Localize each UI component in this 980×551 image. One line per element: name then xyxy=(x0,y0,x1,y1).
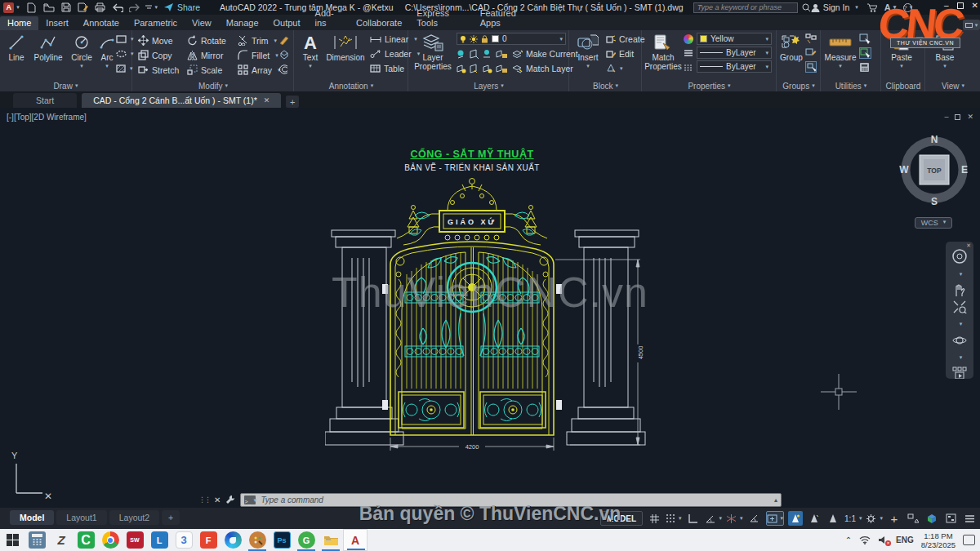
navbar-caret3-icon[interactable] xyxy=(957,349,963,364)
undo-icon[interactable] xyxy=(111,2,123,13)
wcs-selector[interactable]: WCS xyxy=(915,217,952,229)
lineweight-combo[interactable]: ByLayer ▾ xyxy=(697,47,772,59)
new-layout-button[interactable]: + xyxy=(162,510,180,525)
annotation-monitor-icon[interactable] xyxy=(747,511,762,526)
sign-in-button[interactable]: Sign In xyxy=(811,2,858,12)
navbar-close-icon[interactable] xyxy=(966,242,971,249)
command-customize-wrench-icon[interactable] xyxy=(225,495,235,504)
annotation-scale-value[interactable]: 1:1 xyxy=(844,511,862,526)
share-button[interactable]: Share xyxy=(164,2,200,12)
match-properties-button[interactable]: Match Properties xyxy=(644,32,682,71)
command-grip-handle[interactable]: ⋮⋮ xyxy=(198,495,210,504)
vp-restore-icon[interactable] xyxy=(955,114,960,120)
taskbar-start-button[interactable] xyxy=(0,529,24,551)
clock[interactable]: 1:18 PM8/23/2025 xyxy=(921,531,956,549)
file-tab-start[interactable]: Start xyxy=(13,93,77,108)
object-color-combo[interactable]: Yellow ▾ xyxy=(697,33,772,45)
tab-insert[interactable]: Insert xyxy=(38,16,76,30)
save-icon[interactable] xyxy=(60,2,72,13)
tab-featured-apps[interactable]: Featured Apps xyxy=(473,7,538,30)
tab-manage[interactable]: Manage xyxy=(219,16,266,30)
tab-parametric[interactable]: Parametric xyxy=(127,16,185,30)
command-history-caret-icon[interactable]: ▴ xyxy=(774,496,777,504)
annotation-plus-icon[interactable]: + xyxy=(887,511,902,526)
save-as-icon[interactable] xyxy=(77,2,89,13)
edit-block-button[interactable]: Edit xyxy=(606,49,634,59)
panel-label-clipboard[interactable]: Clipboard xyxy=(882,82,924,91)
rotate-button[interactable]: Rotate xyxy=(187,35,226,46)
create-block-button[interactable]: Create xyxy=(606,34,645,44)
match-layer-button[interactable]: Match Layer xyxy=(512,64,573,73)
showmotion-icon[interactable] xyxy=(952,367,967,379)
tab-express-tools[interactable]: Express Tools xyxy=(409,7,472,30)
panel-label-properties[interactable]: Properties xyxy=(643,82,776,91)
close-button[interactable] xyxy=(972,1,978,10)
panel-label-draw[interactable]: Draw xyxy=(0,82,131,91)
command-prompt-icon[interactable]: >_ xyxy=(244,495,256,504)
help-icon[interactable]: ? xyxy=(903,3,912,12)
open-file-icon[interactable] xyxy=(42,2,55,13)
new-drawing-tab-button[interactable]: + xyxy=(286,96,299,108)
panel-label-layers[interactable]: Layers xyxy=(409,82,568,91)
drawing-canvas[interactable]: [-][Top][2D Wireframe] – CỔNG - SẮT MỸ T… xyxy=(0,108,980,508)
taskbar-app-artcam[interactable] xyxy=(245,529,270,551)
annotation-visibility-toggle[interactable] xyxy=(788,511,803,526)
scale-button[interactable]: Scale xyxy=(187,64,222,75)
stretch-button[interactable]: Stretch xyxy=(138,64,179,75)
graphics-performance-icon[interactable] xyxy=(924,511,939,526)
fillet-button[interactable]: Fillet xyxy=(238,50,278,60)
erase-icon[interactable] xyxy=(278,35,289,45)
polar-tracking-icon[interactable] xyxy=(705,511,723,526)
quick-select-grid-icon[interactable] xyxy=(859,47,871,59)
viewcube[interactable]: N W E S TOP xyxy=(898,129,970,207)
search-icon[interactable] xyxy=(802,3,811,12)
plot-icon[interactable] xyxy=(94,2,106,13)
isolate-objects-icon[interactable] xyxy=(906,511,920,526)
layout-tab-layout2[interactable]: Layout2 xyxy=(109,510,159,525)
orbit-icon[interactable] xyxy=(952,333,967,347)
text-button[interactable]: A Text xyxy=(298,32,323,70)
layer-tools-row2-icons[interactable] xyxy=(457,64,509,74)
panel-label-utilities[interactable]: Utilities xyxy=(822,82,880,91)
explode-icon[interactable] xyxy=(278,50,289,60)
search-input[interactable] xyxy=(693,2,798,13)
rectangle-tool-icon[interactable] xyxy=(116,35,134,43)
pan-hand-icon[interactable] xyxy=(952,283,967,297)
layout-tab-layout1[interactable]: Layout1 xyxy=(56,510,106,525)
group-edit-icon[interactable] xyxy=(805,47,817,58)
block-attributes-icon[interactable] xyxy=(606,64,623,73)
language-indicator[interactable]: ENG xyxy=(896,535,914,544)
dimension-button[interactable]: Dimension xyxy=(324,32,367,62)
polyline-button[interactable]: Polyline xyxy=(29,32,67,62)
layer-tools-row1-icons[interactable] xyxy=(457,49,509,60)
taskbar-app-edge[interactable] xyxy=(220,529,245,551)
file-tab-document[interactable]: CAD - Cổng 2 Cánh B...ất Uốn ) - SMT (1)… xyxy=(82,93,281,108)
taskbar-app-zbrush[interactable]: Z xyxy=(49,529,74,551)
layout-tab-model[interactable]: Model xyxy=(10,510,54,525)
viewport-controls-label[interactable]: [-][Top][2D Wireframe] xyxy=(7,113,87,122)
volume-muted-icon[interactable]: ✕ xyxy=(878,535,889,544)
panel-label-annotation[interactable]: Annotation xyxy=(295,82,408,91)
autodesk-a-icon[interactable]: A xyxy=(884,2,896,12)
minimize-button[interactable]: – xyxy=(944,1,949,10)
base-button[interactable]: Base xyxy=(933,32,957,70)
move-button[interactable]: Move xyxy=(138,35,173,46)
workspace-gear-icon[interactable] xyxy=(866,511,883,526)
dynamic-input-toggle[interactable] xyxy=(766,511,785,526)
layer-properties-button[interactable]: Layer Properties xyxy=(411,32,455,71)
table-button[interactable]: Table xyxy=(370,64,404,73)
notification-center-icon[interactable] xyxy=(963,535,975,545)
copy-clip-icon[interactable] xyxy=(913,37,924,47)
hatch-icon[interactable] xyxy=(116,64,133,73)
clean-screen-icon[interactable] xyxy=(943,511,958,526)
tab-addins[interactable]: Add-ins xyxy=(308,7,349,30)
app-menu-button[interactable]: A xyxy=(2,1,20,14)
group-select-icon[interactable] xyxy=(805,61,817,73)
tab-view[interactable]: View xyxy=(185,16,219,30)
panel-label-groups[interactable]: Groups xyxy=(777,82,820,91)
tray-expand-icon[interactable]: ⌃ xyxy=(845,535,852,544)
panel-label-block[interactable]: Block xyxy=(570,82,641,91)
taskbar-app-chrome[interactable] xyxy=(98,529,122,551)
panel-label-view[interactable]: View xyxy=(926,82,980,91)
navbar-caret1-icon[interactable] xyxy=(957,266,963,281)
